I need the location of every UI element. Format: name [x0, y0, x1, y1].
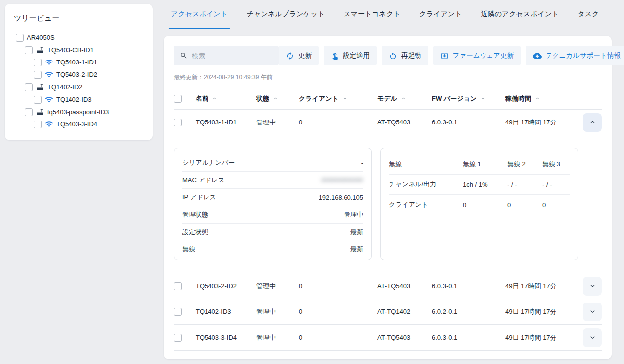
access-point-icon	[36, 108, 44, 116]
info-row-ip: IP アドレス 192.168.60.105	[182, 189, 363, 206]
tech-support-info-button-label: テクニカルサポート情報	[546, 51, 621, 60]
row-checkbox[interactable]	[174, 334, 182, 342]
wifi-icon	[45, 120, 53, 128]
cell-uptime: 49日 17時間 17分	[505, 307, 580, 316]
row-detail-region: シリアルナンバー - MAC アドレス ########### IP アドレス …	[174, 135, 602, 273]
last-updated-text: 最終更新：2024-08-29 10:49:39 午前	[174, 73, 602, 82]
tree-node[interactable]: TQ5403-CB-ID1	[14, 44, 144, 56]
tab-access-points[interactable]: アクセスポイント	[170, 0, 229, 29]
cell-name: TQ5403-2-ID2	[196, 282, 256, 290]
cell-clients: 0	[299, 308, 377, 315]
cell-fw-version: 6.0.3-0.1	[432, 334, 505, 341]
tree-node[interactable]: TQ5403-3-ID4	[14, 118, 144, 130]
search-input[interactable]	[192, 52, 279, 60]
radio-header-row: 無線 無線 1 無線 2 無線 3	[389, 154, 570, 175]
table-row: TQ5403-1-ID1 管理中 0 AT-TQ5403 6.0.3-0.1 4…	[174, 110, 602, 135]
tech-support-info-button[interactable]: テクニカルサポート情報	[526, 46, 624, 65]
expand-row-button[interactable]	[583, 303, 602, 321]
reboot-button[interactable]: 再起動	[382, 46, 428, 65]
info-row-radio-status: 無線 最新	[182, 241, 363, 258]
refresh-icon	[286, 52, 294, 60]
toolbar: 更新 設定適用 再起動 ファームウェア更新	[174, 46, 602, 65]
cell-uptime: 49日 17時間 17分	[505, 118, 580, 127]
tree-node-root[interactable]: AR4050S —	[14, 31, 144, 44]
cloud-download-icon	[533, 51, 542, 60]
expand-row-button[interactable]	[583, 277, 602, 296]
firmware-update-button-label: ファームウェア更新	[453, 51, 514, 60]
wifi-icon	[45, 95, 53, 104]
column-header-clients[interactable]: クライアント	[299, 94, 377, 103]
sort-up-icon	[401, 96, 406, 101]
sort-up-icon	[481, 96, 485, 101]
tab-clients[interactable]: クライアント	[418, 0, 463, 29]
tree-root-checkbox[interactable]	[16, 34, 24, 42]
collapse-row-button[interactable]	[583, 113, 602, 132]
tree-collapse-toggle[interactable]: —	[59, 34, 65, 41]
tree-node-checkbox[interactable]	[34, 121, 42, 128]
expand-row-button[interactable]	[583, 328, 602, 347]
tree-node-label: TQ5403-3-ID4	[56, 121, 97, 128]
column-header-status[interactable]: 状態	[256, 94, 299, 103]
tree-node[interactable]: TQ1402-ID3	[14, 93, 144, 106]
tree-node-checkbox[interactable]	[34, 71, 42, 79]
tree-node-checkbox[interactable]	[25, 108, 33, 116]
tree-node[interactable]: TQ5403-1-ID1	[14, 56, 144, 68]
tree-node-label: TQ5403-CB-ID1	[47, 46, 94, 54]
search-box[interactable]	[174, 46, 279, 65]
radio-info-card: 無線 無線 1 無線 2 無線 3 チャンネル/出力 1ch / 1% - / …	[380, 148, 578, 260]
column-header-fw-version[interactable]: FW バージョン	[432, 94, 505, 103]
column-header-model[interactable]: モデル	[377, 94, 432, 103]
cell-uptime: 49日 17時間 17分	[505, 282, 580, 291]
access-points-panel: 更新 設定適用 再起動 ファームウェア更新	[164, 36, 612, 359]
table-row: TQ1402-ID3 管理中 0 AT-TQ1402 6.0.2-0.1 49日…	[174, 299, 602, 325]
tree-node[interactable]: TQ5403-2-ID2	[14, 68, 144, 81]
cell-uptime: 49日 17時間 17分	[505, 333, 580, 342]
cell-model: AT-TQ5403	[377, 282, 432, 290]
apply-config-button[interactable]: 設定適用	[324, 46, 377, 65]
column-header-name[interactable]: 名前	[196, 94, 256, 103]
restart-icon	[389, 52, 397, 60]
chevron-down-icon	[589, 334, 596, 341]
cell-status: 管理中	[256, 282, 299, 291]
refresh-button[interactable]: 更新	[279, 46, 319, 65]
sort-up-icon	[535, 96, 540, 101]
tab-smart-connect[interactable]: スマートコネクト	[343, 0, 401, 29]
tab-channel-blanket[interactable]: チャンネルブランケット	[246, 0, 326, 29]
sort-up-icon	[212, 96, 217, 101]
cell-model: AT-TQ5403	[377, 119, 432, 126]
tree-node-checkbox[interactable]	[34, 59, 42, 66]
touch-apply-icon	[331, 52, 339, 60]
mac-value-redacted: ###########	[301, 177, 363, 183]
tree-node-label: tq5403-passpoint-ID3	[47, 108, 109, 116]
row-checkbox[interactable]	[174, 119, 182, 126]
cell-status: 管理中	[256, 118, 299, 127]
tree-node-label: TQ1402-ID3	[56, 96, 92, 103]
info-row-config-status: 設定状態 最新	[182, 224, 363, 241]
refresh-button-label: 更新	[298, 51, 312, 60]
tree-node-label: TQ1402-ID2	[47, 83, 83, 91]
tab-neighbor-access-points[interactable]: 近隣のアクセスポイント	[480, 0, 560, 29]
select-all-checkbox[interactable]	[174, 95, 182, 103]
info-row-mgmt-status: 管理状態 管理中	[182, 206, 363, 224]
tree-node-checkbox[interactable]	[34, 96, 42, 104]
firmware-update-button[interactable]: ファームウェア更新	[433, 46, 521, 65]
tree-node-checkbox[interactable]	[25, 46, 33, 54]
sort-up-icon	[343, 96, 347, 101]
tree-node[interactable]: TQ1402-ID2	[14, 81, 144, 93]
tab-tasks[interactable]: タスク	[576, 0, 600, 29]
tree-view-title: ツリービュー	[14, 14, 144, 23]
tab-bar: アクセスポイント チャンネルブランケット スマートコネクト クライアント 近隣の…	[164, 0, 618, 29]
radio-channel-row: チャンネル/出力 1ch / 1% - / - - / -	[389, 175, 570, 195]
cell-status: 管理中	[256, 333, 299, 342]
table-row: TQ5403-2-ID2 管理中 0 AT-TQ5403 6.0.3-0.1 4…	[174, 273, 602, 299]
reboot-button-label: 再起動	[401, 51, 421, 60]
row-checkbox[interactable]	[174, 308, 182, 316]
row-checkbox[interactable]	[174, 282, 182, 290]
device-info-card: シリアルナンバー - MAC アドレス ########### IP アドレス …	[174, 148, 372, 260]
chevron-down-icon	[589, 283, 596, 289]
tree-node-checkbox[interactable]	[25, 83, 33, 91]
column-header-uptime[interactable]: 稼働時間	[505, 94, 580, 103]
sort-up-icon	[273, 96, 277, 101]
info-row-serial: シリアルナンバー -	[182, 154, 363, 172]
tree-node[interactable]: tq5403-passpoint-ID3	[14, 106, 144, 118]
